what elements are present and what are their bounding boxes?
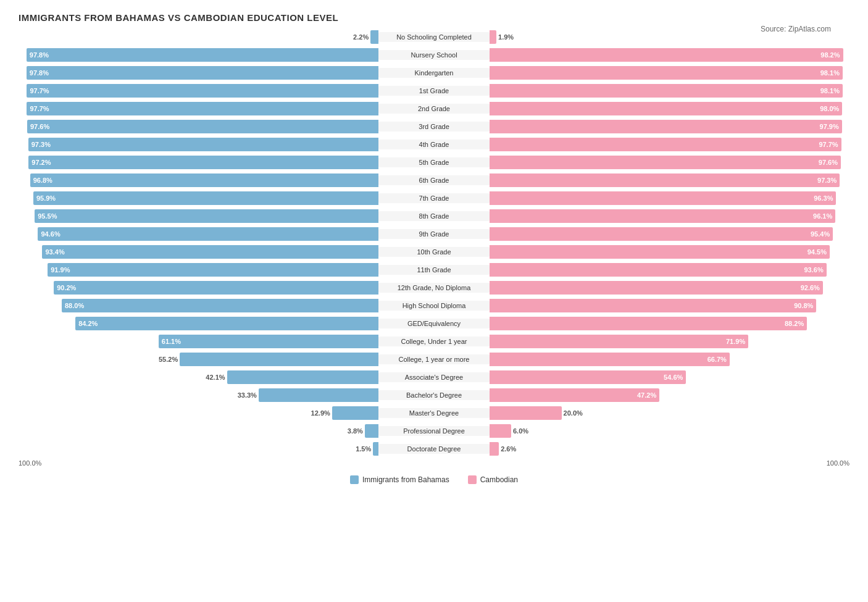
bar-label: 5th Grade bbox=[378, 157, 490, 167]
left-bar-section: 97.3% bbox=[19, 138, 378, 151]
bar-val-right: 93.6% bbox=[804, 266, 823, 274]
chart-row: 97.3%4th Grade97.7% bbox=[19, 136, 849, 153]
bar-pink: 97.9% bbox=[490, 120, 842, 133]
bar-label: Associate's Degree bbox=[378, 372, 490, 382]
left-bar-section: 33.3% bbox=[19, 388, 378, 402]
right-bar-section: 47.2% bbox=[490, 388, 849, 402]
left-bar-section: 2.2% bbox=[19, 30, 378, 44]
bar-val-left: 96.8% bbox=[33, 177, 52, 184]
left-bar-section: 97.7% bbox=[19, 102, 378, 115]
left-bar-section: 96.8% bbox=[19, 173, 378, 187]
legend-blue-box bbox=[350, 475, 359, 484]
chart-row: 97.8%Kindergarten98.1% bbox=[19, 65, 849, 81]
bar-val-left: 97.8% bbox=[30, 69, 49, 77]
bar-blue: 84.2% bbox=[75, 317, 378, 330]
bar-blue: 96.8% bbox=[30, 173, 378, 187]
left-bar-section: 97.8% bbox=[19, 66, 378, 80]
chart-row: 91.9%11th Grade93.6% bbox=[19, 262, 849, 278]
bar-blue: 97.8% bbox=[27, 66, 378, 80]
bar-val-left-outside: 12.9% bbox=[311, 409, 330, 417]
bar-val-right: 97.3% bbox=[817, 177, 837, 184]
bar-val-right-outside: 20.0% bbox=[564, 409, 583, 417]
left-bar-section: 93.4% bbox=[19, 245, 378, 259]
chart-row: 97.8%Nursery School98.2% bbox=[19, 47, 849, 63]
bar-pink: 90.8% bbox=[490, 299, 816, 312]
left-bar-section: 97.7% bbox=[19, 84, 378, 98]
bar-pink: 98.2% bbox=[490, 48, 843, 62]
left-bar-section: 90.2% bbox=[19, 281, 378, 295]
bar-pink bbox=[490, 442, 499, 456]
left-bar-section: 42.1% bbox=[19, 370, 378, 384]
bar-pink bbox=[490, 30, 496, 44]
bar-blue: 90.2% bbox=[54, 281, 378, 295]
chart-row: 3.8%Professional Degree6.0% bbox=[19, 423, 849, 439]
bar-label: Kindergarten bbox=[378, 68, 490, 78]
bar-val-right: 98.2% bbox=[820, 51, 840, 59]
left-bar-section: 88.0% bbox=[19, 299, 378, 312]
bar-blue: 88.0% bbox=[62, 299, 378, 312]
chart-row: 61.1%College, Under 1 year71.9% bbox=[19, 333, 849, 349]
bar-pink: 97.7% bbox=[490, 138, 841, 151]
bar-label: 4th Grade bbox=[378, 140, 490, 149]
right-bar-section: 96.3% bbox=[490, 191, 849, 205]
bar-label: 1st Grade bbox=[378, 86, 490, 96]
bar-label: High School Diploma bbox=[378, 301, 490, 311]
chart-row: 88.0%High School Diploma90.8% bbox=[19, 298, 849, 314]
bar-val-right: 94.5% bbox=[807, 248, 827, 256]
bar-blue bbox=[373, 442, 378, 456]
bar-val-left-outside: 3.8% bbox=[348, 427, 363, 435]
bar-label: No Schooling Completed bbox=[378, 32, 490, 42]
bar-label: 3rd Grade bbox=[378, 122, 490, 132]
chart-row: 97.7%2nd Grade98.0% bbox=[19, 101, 849, 117]
bar-pink: 96.3% bbox=[490, 191, 836, 205]
bar-val-right: 88.2% bbox=[785, 320, 804, 327]
chart-row: 97.2%5th Grade97.6% bbox=[19, 154, 849, 170]
chart-row: 95.9%7th Grade96.3% bbox=[19, 190, 849, 206]
right-bar-section: 98.1% bbox=[490, 84, 849, 98]
bar-blue bbox=[180, 353, 378, 366]
left-bar-section: 97.6% bbox=[19, 120, 378, 133]
bar-pink: 54.6% bbox=[490, 370, 686, 384]
bar-val-left: 61.1% bbox=[162, 338, 181, 345]
bar-val-right: 98.1% bbox=[820, 69, 840, 77]
bar-label: 9th Grade bbox=[378, 229, 490, 239]
bar-val-right-outside: 2.6% bbox=[501, 445, 516, 453]
bar-val-left-outside: 33.3% bbox=[238, 391, 257, 399]
bar-val-right: 92.6% bbox=[801, 284, 820, 291]
bar-val-left: 93.4% bbox=[45, 248, 64, 256]
right-bar-section: 54.6% bbox=[490, 370, 849, 384]
bar-pink: 66.7% bbox=[490, 353, 730, 366]
left-bar-section: 1.5% bbox=[19, 442, 378, 456]
right-bar-section: 94.5% bbox=[490, 245, 849, 259]
bar-val-right-outside: 1.9% bbox=[498, 33, 514, 41]
chart-row: 12.9%Master's Degree20.0% bbox=[19, 405, 849, 421]
left-bar-section: 91.9% bbox=[19, 263, 378, 277]
legend: Immigrants from Bahamas Cambodian bbox=[19, 475, 849, 484]
bar-label: 7th Grade bbox=[378, 193, 490, 203]
left-bar-section: 55.2% bbox=[19, 353, 378, 366]
bar-val-left: 84.2% bbox=[78, 320, 98, 327]
legend-pink-box bbox=[468, 475, 477, 484]
bar-val-left: 97.7% bbox=[30, 105, 49, 112]
bar-val-left: 88.0% bbox=[65, 302, 84, 309]
chart-row: 97.7%1st Grade98.1% bbox=[19, 83, 849, 99]
bar-val-right: 96.3% bbox=[814, 194, 833, 202]
chart-row: 33.3%Bachelor's Degree47.2% bbox=[19, 387, 849, 403]
right-bar-section: 96.1% bbox=[490, 209, 849, 223]
right-bar-section: 97.7% bbox=[490, 138, 849, 151]
left-bar-section: 94.6% bbox=[19, 227, 378, 241]
right-bar-section: 2.6% bbox=[490, 442, 849, 456]
left-bar-section: 84.2% bbox=[19, 317, 378, 330]
bar-blue: 97.7% bbox=[27, 84, 378, 98]
bar-val-left: 95.5% bbox=[38, 212, 57, 220]
chart-row: 1.5%Doctorate Degree2.6% bbox=[19, 441, 849, 457]
bar-val-left: 97.2% bbox=[31, 159, 51, 166]
bar-val-left: 97.8% bbox=[30, 51, 49, 59]
bar-pink: 98.0% bbox=[490, 102, 842, 115]
legend-pink-label: Cambodian bbox=[480, 475, 518, 484]
axis-labels: 100.0% 100.0% bbox=[19, 459, 849, 467]
right-bar-section: 98.0% bbox=[490, 102, 849, 115]
right-bar-section: 88.2% bbox=[490, 317, 849, 330]
bar-pink bbox=[490, 424, 511, 438]
bar-val-right: 90.8% bbox=[794, 302, 813, 309]
